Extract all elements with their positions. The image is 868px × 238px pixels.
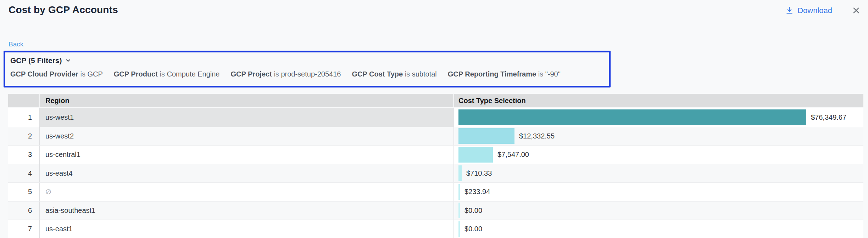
cost-value: $12,332.55: [519, 132, 555, 140]
region-cell[interactable]: us-west2: [40, 127, 454, 146]
topbar: Cost by GCP Accounts Download: [9, 4, 862, 16]
row-number: 3: [8, 146, 40, 164]
region-cell[interactable]: asia-southeast1: [40, 202, 454, 220]
row-number: 4: [8, 164, 40, 183]
row-number: 7: [8, 220, 40, 238]
cost-bar: [458, 109, 806, 125]
row-number: 2: [8, 127, 40, 146]
row-number: 5: [8, 183, 40, 201]
table-row[interactable]: 4 us-east4 $710.33: [8, 164, 863, 183]
filter-row: GCP Cloud Provider is GCP GCP Product is…: [10, 70, 609, 78]
cost-bar: [458, 128, 514, 144]
column-header-cost-type-selection[interactable]: Cost Type Selection: [454, 94, 863, 107]
cost-bar-cell: $710.33: [454, 164, 863, 183]
region-cell[interactable]: us-east1: [40, 220, 454, 238]
cost-bar: [458, 203, 460, 218]
back-link[interactable]: Back: [9, 40, 23, 48]
filter-chip: GCP Project is prod-setup-205416: [230, 70, 341, 78]
close-icon: [851, 11, 861, 16]
page-title: Cost by GCP Accounts: [9, 4, 118, 16]
cost-bar: [458, 184, 460, 200]
close-button[interactable]: [851, 5, 862, 16]
region-cell[interactable]: us-central1: [40, 146, 454, 164]
table-header: Region Cost Type Selection: [8, 94, 863, 107]
column-header-region[interactable]: Region: [40, 94, 454, 107]
table-row[interactable]: 5 ∅ $233.94: [8, 182, 863, 201]
cost-value: $76,349.67: [811, 113, 846, 121]
table-row[interactable]: 1 us-west1 $76,349.67: [8, 108, 863, 127]
cost-value: $710.33: [466, 169, 492, 177]
cost-table: Region Cost Type Selection 1 us-west1 $7…: [8, 94, 863, 238]
cost-bar-cell: $233.94: [454, 183, 863, 201]
row-number: 1: [8, 108, 40, 127]
cost-value: $0.00: [464, 225, 482, 233]
cost-bar-cell: $0.00: [454, 220, 863, 238]
table-row[interactable]: 7 us-east1 $0.00: [8, 220, 863, 238]
region-cell[interactable]: ∅: [40, 183, 454, 201]
download-button[interactable]: Download: [785, 6, 832, 15]
top-actions: Download: [785, 5, 862, 16]
table-body: 1 us-west1 $76,349.67 2 us-west2 $12,332…: [8, 108, 863, 238]
filter-chip: GCP Product is Compute Engine: [114, 70, 220, 78]
filters-summary-toggle[interactable]: GCP (5 Filters): [10, 56, 71, 65]
column-header-row-number: [8, 94, 40, 107]
region-cell[interactable]: us-west1: [40, 108, 454, 127]
cost-bar: [458, 147, 493, 163]
cost-bar-cell: $76,349.67: [454, 108, 863, 127]
table-row[interactable]: 6 asia-southeast1 $0.00: [8, 201, 863, 220]
download-label: Download: [797, 6, 832, 15]
chevron-down-icon: [65, 57, 71, 64]
region-cell[interactable]: us-east4: [40, 164, 454, 183]
table-row[interactable]: 2 us-west2 $12,332.55: [8, 127, 863, 146]
cost-bar-cell: $7,547.00: [454, 146, 863, 164]
cost-value: $233.94: [464, 188, 490, 196]
cost-bar-cell: $0.00: [454, 202, 863, 220]
table-row[interactable]: 3 us-central1 $7,547.00: [8, 145, 863, 164]
filter-chip: GCP Cost Type is subtotal: [352, 70, 436, 78]
row-number: 6: [8, 202, 40, 220]
filters-summary-label: GCP (5 Filters): [10, 56, 62, 65]
download-icon: [785, 6, 794, 15]
filter-chip: GCP Reporting Timeframe is "-90": [448, 70, 561, 78]
cost-bar: [458, 221, 460, 237]
cost-value: $7,547.00: [497, 151, 529, 159]
filters-box: GCP (5 Filters) GCP Cloud Provider is GC…: [4, 51, 611, 87]
filter-chip: GCP Cloud Provider is GCP: [10, 70, 103, 78]
cost-bar: [458, 165, 462, 181]
cost-bar-cell: $12,332.55: [454, 127, 863, 146]
cost-value: $0.00: [464, 206, 482, 215]
